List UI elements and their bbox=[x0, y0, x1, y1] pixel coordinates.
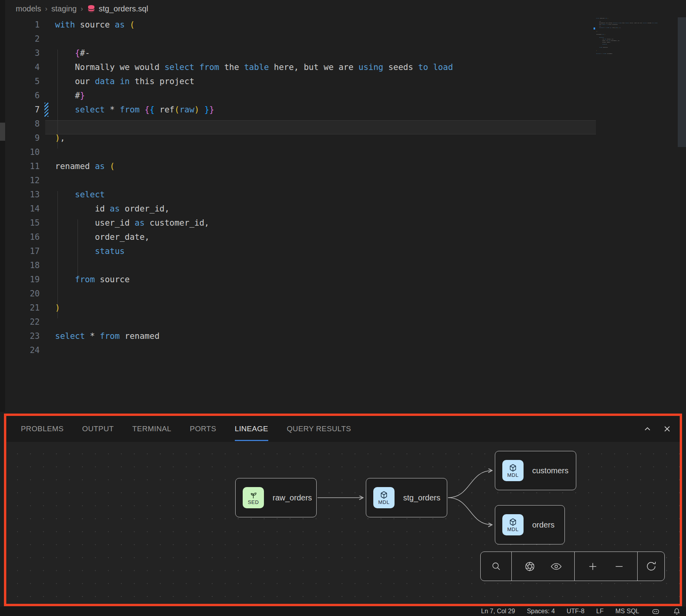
code-line-12[interactable]: 12 bbox=[5, 173, 686, 188]
code-line-3[interactable]: 3 {#- bbox=[5, 46, 686, 60]
lineage-node-raw_orders[interactable]: SEDraw_orders bbox=[235, 478, 317, 517]
code-line-17[interactable]: 17 status bbox=[5, 244, 686, 258]
line-number: 23 bbox=[5, 329, 40, 343]
gutter-modified-decoration bbox=[44, 18, 48, 32]
lineage-node-customers[interactable]: MDLcustomers bbox=[495, 451, 576, 490]
line-number: 15 bbox=[5, 216, 40, 230]
code-line-10[interactable]: 10 bbox=[5, 145, 686, 159]
line-number: 18 bbox=[5, 258, 40, 272]
tab-ports[interactable]: PORTS bbox=[190, 417, 216, 441]
code-line-14[interactable]: 14 id as order_id, bbox=[5, 202, 686, 216]
status-ms-sql[interactable]: MS SQL bbox=[616, 608, 639, 615]
lineage-canvas[interactable]: SEDraw_ordersMDLstg_ordersMDLcustomersMD… bbox=[6, 442, 680, 604]
tab-output[interactable]: OUTPUT bbox=[82, 417, 114, 441]
gutter-modified-decoration bbox=[44, 329, 48, 343]
code-text: id as order_id, bbox=[55, 202, 170, 216]
code-line-20[interactable]: 20 bbox=[5, 287, 686, 301]
tab-problems[interactable]: PROBLEMS bbox=[21, 417, 64, 441]
code-line-5[interactable]: 5 our data in this project bbox=[5, 74, 686, 88]
code-text: {#- bbox=[55, 46, 90, 60]
code-lines: 1with source as (23 {#-4 Normally we wou… bbox=[5, 17, 686, 357]
aperture-icon[interactable] bbox=[521, 558, 538, 575]
code-line-21[interactable]: 21) bbox=[5, 301, 686, 315]
line-number: 12 bbox=[5, 173, 40, 188]
tab-terminal[interactable]: TERMINAL bbox=[132, 417, 171, 441]
gutter-modified-decoration bbox=[44, 46, 48, 60]
status-ln-7-col-29[interactable]: Ln 7, Col 29 bbox=[481, 608, 515, 615]
minimap[interactable]: 1with source as (23 {#-4 Normally we wou… bbox=[595, 17, 677, 64]
line-number: 5 bbox=[5, 74, 40, 88]
breadcrumb: models › staging › stg_orders.sql bbox=[5, 0, 686, 17]
code-line-23[interactable]: 23select * from renamed bbox=[5, 329, 686, 343]
code-line-13[interactable]: 13 select bbox=[5, 188, 686, 202]
refresh-icon[interactable] bbox=[642, 558, 660, 575]
line-number: 2 bbox=[5, 32, 40, 46]
editor-scrollbar[interactable] bbox=[678, 17, 686, 147]
code-line-24[interactable]: 24 bbox=[5, 343, 686, 357]
eye-icon[interactable] bbox=[548, 558, 565, 575]
breadcrumb-item-staging[interactable]: staging bbox=[51, 4, 77, 13]
code-line-7[interactable]: 7 select * from {{ ref(raw) }} bbox=[5, 103, 686, 117]
code-text: select bbox=[55, 188, 105, 202]
gutter-modified-decoration bbox=[44, 88, 48, 103]
code-line-19[interactable]: 19 from source bbox=[5, 272, 686, 287]
close-icon[interactable] bbox=[662, 424, 672, 434]
breadcrumb-separator: › bbox=[81, 5, 83, 13]
code-line-16[interactable]: 16 order_date, bbox=[5, 230, 686, 244]
tab-lineage[interactable]: LINEAGE bbox=[235, 417, 268, 441]
status-spaces-4[interactable]: Spaces: 4 bbox=[527, 608, 555, 615]
code-line-24[interactable]: 24 bbox=[595, 54, 677, 56]
line-number: 21 bbox=[5, 301, 40, 315]
lineage-node-stg_orders[interactable]: MDLstg_orders bbox=[366, 478, 447, 517]
code-text: from source bbox=[55, 272, 130, 287]
zoom-out-icon[interactable] bbox=[610, 558, 628, 575]
bottom-panel: PROBLEMSOUTPUTTERMINALPORTSLINEAGEQUERY … bbox=[4, 414, 682, 606]
breadcrumb-file[interactable]: stg_orders.sql bbox=[87, 4, 148, 13]
code-text: ) bbox=[55, 301, 60, 315]
code-line-8[interactable]: 8 bbox=[5, 117, 686, 131]
line-number: 9 bbox=[5, 131, 40, 145]
line-number: 20 bbox=[5, 287, 40, 301]
code-editor[interactable]: 1with source as (23 {#-4 Normally we wou… bbox=[5, 17, 686, 414]
gutter-modified-decoration bbox=[44, 103, 48, 117]
copilot-icon[interactable] bbox=[651, 607, 660, 616]
tab-query-results[interactable]: QUERY RESULTS bbox=[287, 417, 351, 441]
code-line-11[interactable]: 11renamed as ( bbox=[5, 159, 686, 173]
gutter-modified-decoration bbox=[44, 343, 48, 357]
line-number: 14 bbox=[5, 202, 40, 216]
code-line-6[interactable]: 6 #} bbox=[5, 88, 686, 103]
code-line-18[interactable]: 18 bbox=[5, 258, 686, 272]
zoom-in-icon[interactable] bbox=[584, 558, 601, 575]
seedling-badge: SED bbox=[243, 487, 264, 508]
search-icon[interactable] bbox=[487, 558, 505, 575]
gutter-modified-decoration bbox=[44, 244, 48, 258]
code-line-1[interactable]: 1with source as ( bbox=[5, 18, 686, 32]
line-number: 17 bbox=[5, 244, 40, 258]
status-utf-8[interactable]: UTF-8 bbox=[567, 608, 585, 615]
badge-label: MDL bbox=[507, 473, 519, 478]
code-line-15[interactable]: 15 user_id as customer_id, bbox=[5, 216, 686, 230]
code-text: status bbox=[55, 244, 125, 258]
line-number: 10 bbox=[5, 145, 40, 159]
cube-badge: MDL bbox=[502, 460, 524, 481]
code-line-22[interactable]: 22 bbox=[5, 315, 686, 329]
gutter-modified-decoration bbox=[44, 159, 48, 173]
status-lf[interactable]: LF bbox=[596, 608, 604, 615]
chevron-up-icon[interactable] bbox=[643, 424, 652, 434]
code-line-2[interactable]: 2 bbox=[5, 32, 686, 46]
gutter-modified-decoration bbox=[44, 173, 48, 188]
sidebar-edge bbox=[0, 0, 5, 412]
breadcrumb-item-models[interactable]: models bbox=[16, 4, 41, 13]
code-text: #} bbox=[55, 88, 85, 103]
line-number: 4 bbox=[5, 60, 40, 74]
line-number: 19 bbox=[5, 272, 40, 287]
gutter-modified-decoration bbox=[44, 145, 48, 159]
code-line-4[interactable]: 4 Normally we would select from the tabl… bbox=[5, 60, 686, 74]
bell-icon[interactable] bbox=[672, 607, 681, 616]
line-number: 16 bbox=[5, 230, 40, 244]
gutter-modified-decoration bbox=[44, 230, 48, 244]
gutter-modified-decoration bbox=[44, 188, 48, 202]
code-line-9[interactable]: 9), bbox=[5, 131, 686, 145]
line-number: 7 bbox=[5, 103, 40, 117]
lineage-node-orders[interactable]: MDLorders bbox=[495, 505, 565, 544]
